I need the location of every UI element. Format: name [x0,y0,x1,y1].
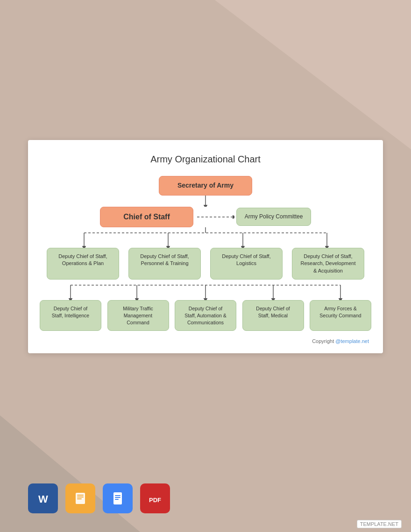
pages-icon[interactable] [65,483,95,513]
chart-card: Army Organizational Chart Secretary of A… [28,140,383,353]
deputy-medical: Deputy Chief of Staff, Medical [242,300,304,331]
chief-node: Chief of Staff [100,207,193,227]
svg-rect-22 [113,492,122,504]
svg-text:W: W [38,493,48,505]
deputy-intelligence: Deputy Chief of Staff, Intelligence [40,300,101,331]
bg-decoration-top [215,0,411,149]
level-1-row: Secretary of Army [159,176,252,196]
app-icons-bar: W PDF [28,483,170,513]
watermark: TEMPLATE.NET [357,520,402,528]
svg-rect-19 [77,497,84,497]
copyright-text: Copyright @template.net [37,338,374,344]
svg-rect-23 [115,495,120,496]
army-forces: Army Forces & Security Command [310,300,371,331]
svg-rect-18 [77,495,84,496]
row3-connector-svg [47,227,364,248]
svg-text:PDF: PDF [149,497,161,504]
level-4-row: Deputy Chief of Staff, Intelligence Mili… [40,300,371,331]
svg-rect-24 [115,497,120,498]
copyright-link: @template.net [335,338,369,344]
connector-1 [201,196,210,207]
military-traffic: Military Traffic Management Command [107,300,169,331]
level-4-connectors [40,280,371,300]
svg-rect-25 [115,499,119,500]
chart-title: Army Organizational Chart [37,154,374,165]
bg-decoration-bottom [0,415,140,532]
level-3-row: Deputy Chief of Staff, Operations & Plan… [47,248,364,280]
dashed-connector [197,212,234,222]
row4-connector-svg [40,280,371,300]
deputy-research: Deputy Chief of Staff, Research, Develop… [292,248,364,280]
deputy-logistics: Deputy Chief of Staff, Logistics [210,248,283,280]
level-3-connectors [47,227,364,248]
pdf-icon[interactable]: PDF [140,483,170,513]
org-chart: Secretary of Army Chief of Staff [37,176,374,331]
deputy-personnel: Deputy Chief of Staff, Personnel & Train… [128,248,201,280]
google-docs-icon[interactable] [103,483,133,513]
secretary-node: Secretary of Army [159,176,252,196]
deputy-automation: Deputy Chief of Staff, Automation & Comm… [175,300,236,331]
policy-committee-node: Army Policy Committee [236,208,311,226]
svg-rect-20 [77,498,82,499]
deputy-ops: Deputy Chief of Staff, Operations & Plan [47,248,119,280]
level-2-row: Chief of Staff Army Policy Committee [37,207,374,227]
word-icon[interactable]: W [28,483,58,513]
